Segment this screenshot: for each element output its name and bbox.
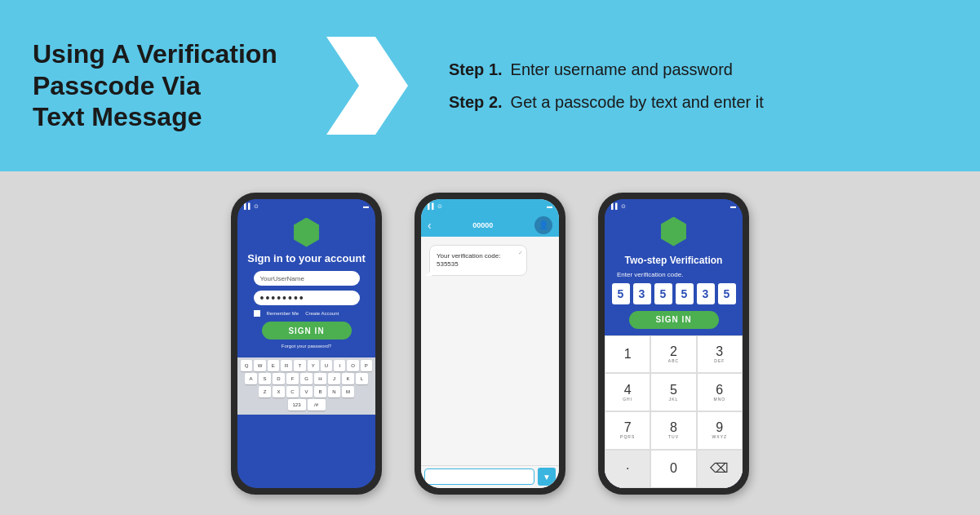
- key-special[interactable]: /#: [308, 399, 326, 411]
- kb-row-2: A S D F G H J K L: [241, 373, 372, 384]
- key-K[interactable]: K: [342, 373, 354, 384]
- username-placeholder: YourUserName: [260, 275, 304, 282]
- digit-1: 3: [633, 283, 651, 304]
- phone3-status-bar: ▌▌ ⊙ ▬: [605, 199, 743, 214]
- key-U[interactable]: U: [321, 360, 332, 371]
- key-123[interactable]: 123: [288, 399, 306, 411]
- create-account-link[interactable]: Create Account: [305, 311, 339, 316]
- phone2-sms: ▌▌ ⊙ ▬ ‹ 00000 👤 Your verification code:…: [415, 193, 565, 495]
- sms-bubble: Your verification code:535535 ✓: [429, 245, 527, 277]
- phone3-battery: ▬: [730, 203, 736, 209]
- filter-icon: ▼: [543, 473, 551, 482]
- kb-row-1: Q W E R T Y U I O P: [241, 360, 372, 371]
- arrow-decoration: [326, 37, 408, 135]
- key-L[interactable]: L: [356, 373, 368, 384]
- phone2-battery: ▬: [547, 203, 552, 209]
- numpad-key-1[interactable]: 1: [605, 335, 650, 374]
- phone3-signal: ▌▌ ⊙: [611, 203, 626, 210]
- phone1-battery: ▬: [363, 203, 369, 209]
- kb-row-3: Z X C V B N M: [241, 386, 372, 397]
- key-C[interactable]: C: [286, 386, 299, 397]
- phone1-content: Sign in to your account YourUserName •••…: [237, 214, 375, 358]
- key-F[interactable]: F: [286, 373, 299, 384]
- sms-send-button[interactable]: ▼: [538, 468, 556, 486]
- digit-4: 3: [697, 283, 715, 304]
- key-E[interactable]: E: [268, 360, 279, 371]
- remember-checkbox[interactable]: [254, 310, 260, 317]
- password-dots: ••••••••: [260, 291, 305, 304]
- key-Z[interactable]: Z: [259, 386, 271, 397]
- title-line3: Text Message: [33, 102, 202, 131]
- key-P[interactable]: P: [361, 360, 372, 371]
- step2: Step 2.Get a passcode by text and enter …: [449, 91, 764, 113]
- key-T[interactable]: T: [294, 360, 305, 371]
- step1: Step 1.Enter username and password: [449, 59, 764, 80]
- hex-logo-3: [659, 217, 689, 246]
- phone1-login: ▌▌ ⊙ ▬ Sign in to your account YourUserN…: [231, 193, 382, 495]
- sms-header: ‹ 00000 👤: [421, 214, 559, 237]
- sms-input-field[interactable]: [424, 468, 534, 485]
- step2-text: Get a passcode by text and enter it: [511, 93, 764, 111]
- numpad-key-7[interactable]: 7PQRS: [605, 411, 650, 450]
- key-B[interactable]: B: [314, 386, 326, 397]
- key-H[interactable]: H: [314, 373, 326, 384]
- sms-contact-number: 00000: [472, 221, 493, 229]
- sms-message: Your verification code:535535: [437, 252, 500, 268]
- header-section: Using A Verification Passcode Via Text M…: [0, 0, 980, 171]
- phone1-signal: ▌▌ ⊙: [244, 203, 259, 210]
- phone3-top: Two-step Verification Enter verification…: [605, 214, 743, 335]
- key-A[interactable]: A: [245, 373, 257, 384]
- key-O[interactable]: O: [347, 360, 358, 371]
- digit-2: 5: [654, 283, 672, 304]
- remember-row: Remember Me Create Account: [254, 310, 360, 317]
- key-Q[interactable]: Q: [241, 360, 252, 371]
- sign-in-button-1[interactable]: SIGN IN: [262, 322, 352, 340]
- phone1-screen: ▌▌ ⊙ ▬ Sign in to your account YourUserN…: [237, 199, 375, 488]
- key-I[interactable]: I: [334, 360, 345, 371]
- sign-in-button-3[interactable]: SIGN IN: [629, 311, 719, 329]
- numpad-key-0[interactable]: 0: [650, 450, 696, 488]
- numpad-key-8[interactable]: 8TUV: [650, 411, 696, 450]
- phone2-screen: ▌▌ ⊙ ▬ ‹ 00000 👤 Your verification code:…: [421, 199, 559, 488]
- title-line2: Passcode Via: [33, 71, 201, 100]
- sms-avatar: 👤: [534, 216, 552, 234]
- two-step-title: Two-step Verification: [625, 255, 723, 266]
- numpad-key-9[interactable]: 9WXYZ: [697, 411, 743, 450]
- numpad-key-3[interactable]: 3DEF: [697, 335, 743, 374]
- sms-back-button[interactable]: ‹: [428, 219, 432, 232]
- key-G[interactable]: G: [300, 373, 313, 384]
- username-field[interactable]: YourUserName: [254, 271, 360, 286]
- phone3-verification: ▌▌ ⊙ ▬ Two-step Verification Enter verif…: [598, 193, 749, 495]
- svg-marker-0: [326, 37, 408, 135]
- numpad-key-2[interactable]: 2ABC: [650, 335, 696, 374]
- password-field[interactable]: ••••••••: [254, 291, 360, 305]
- sms-input-row: ▼: [421, 465, 559, 488]
- key-S[interactable]: S: [259, 373, 271, 384]
- key-D[interactable]: D: [273, 373, 285, 384]
- key-R[interactable]: R: [281, 360, 292, 371]
- step1-text: Enter username and password: [511, 60, 733, 78]
- step2-label: Step 2.: [449, 93, 503, 111]
- phone3-screen: ▌▌ ⊙ ▬ Two-step Verification Enter verif…: [605, 199, 743, 488]
- numpad-backspace[interactable]: ⌫: [697, 450, 743, 488]
- digit-3: 5: [676, 283, 694, 304]
- phone2-status-bar: ▌▌ ⊙ ▬: [421, 199, 559, 214]
- remember-label: Remember Me: [267, 311, 299, 316]
- numpad-key-4[interactable]: 4GHI: [605, 373, 650, 411]
- key-V[interactable]: V: [300, 386, 313, 397]
- header-title: Using A Verification Passcode Via Text M…: [33, 38, 310, 132]
- forgot-password-link[interactable]: Forgot your password?: [282, 344, 331, 349]
- numpad-key-5[interactable]: 5JKL: [650, 373, 696, 411]
- key-M[interactable]: M: [342, 386, 354, 397]
- key-N[interactable]: N: [328, 386, 340, 397]
- key-W[interactable]: W: [254, 360, 265, 371]
- key-Y[interactable]: Y: [308, 360, 319, 371]
- numpad-key-dot[interactable]: ·: [605, 450, 650, 488]
- key-X[interactable]: X: [273, 386, 285, 397]
- main-content: ▌▌ ⊙ ▬ Sign in to your account YourUserN…: [0, 171, 980, 515]
- code-digits: 5 3 5 5 3 5: [612, 283, 736, 304]
- digit-5: 5: [718, 283, 736, 304]
- numpad-key-6[interactable]: 6MNO: [697, 373, 743, 411]
- key-J[interactable]: J: [328, 373, 340, 384]
- title-line1: Using A Verification: [33, 39, 277, 69]
